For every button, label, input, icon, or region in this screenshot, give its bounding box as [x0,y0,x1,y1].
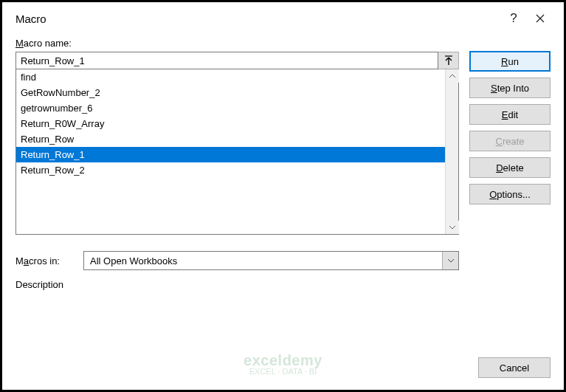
list-item[interactable]: getrownumber_6 [16,100,445,116]
help-button[interactable]: ? [500,8,527,29]
macro-list-container: findGetRowNumber_2getrownumber_6Return_R… [15,69,459,235]
macro-list[interactable]: findGetRowNumber_2getrownumber_6Return_R… [16,69,445,234]
macros-in-row: Macros in: [15,251,459,270]
left-pane: Macro name: findGetRowNumber_2getrownumb… [15,33,459,348]
dialog-title: Macro [15,13,500,25]
dialog-footer: Cancel [2,357,564,390]
dialog-body: Macro name: findGetRowNumber_2getrownumb… [2,33,564,357]
list-item[interactable]: Return_R0W_Array [16,116,445,131]
options-button[interactable]: Options... [469,184,551,204]
list-item[interactable]: Return_Row_1 [16,147,445,162]
up-arrow-icon [444,55,453,66]
titlebar: Macro ? [2,2,564,33]
list-item[interactable]: GetRowNumber_2 [16,85,445,100]
macro-name-input[interactable] [15,52,438,69]
run-button[interactable]: Run [469,51,551,72]
list-item[interactable]: find [16,69,445,85]
macros-in-select[interactable] [83,251,459,270]
edit-button[interactable]: Edit [469,104,551,125]
macros-in-select-wrap [83,251,459,270]
step-into-button[interactable]: Step Into [469,78,551,98]
close-icon [536,14,545,23]
goto-button[interactable] [438,52,459,69]
scroll-up-icon[interactable] [446,69,459,83]
list-item[interactable]: Return_Row_2 [16,162,445,178]
list-item[interactable]: Return_Row [16,131,445,147]
close-button[interactable] [527,8,553,29]
scrollbar[interactable] [445,69,458,234]
macro-dialog: Macro ? Macro name: findGetRowNumber_2ge… [0,0,566,392]
macro-name-row [15,52,459,69]
cancel-button[interactable]: Cancel [478,357,551,378]
button-column: Run Step Into Edit Create Delete Options… [469,33,551,348]
macro-name-label: Macro name: [15,38,459,49]
scroll-down-icon[interactable] [446,221,459,234]
delete-button[interactable]: Delete [469,157,551,178]
macros-in-label: Macros in: [15,255,77,267]
create-button: Create [469,131,551,151]
description-label: Description [15,279,459,290]
